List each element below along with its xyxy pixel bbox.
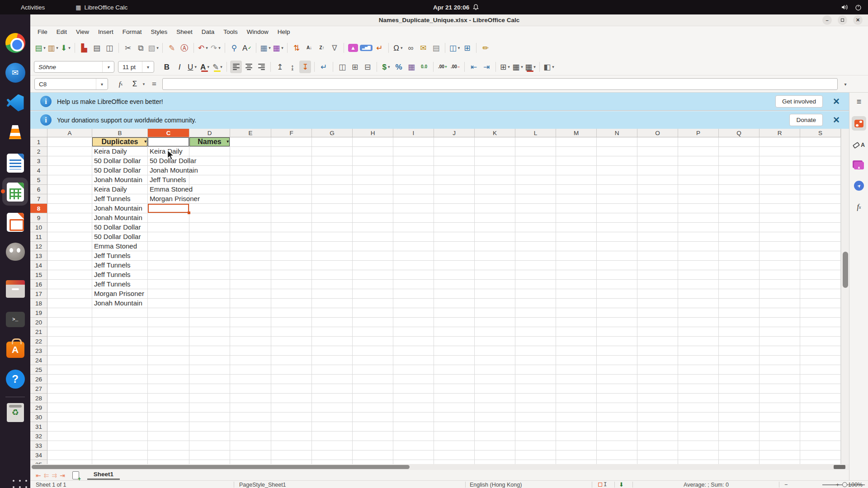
cell-M23[interactable] <box>556 346 597 356</box>
cell-R16[interactable] <box>760 280 800 289</box>
cell-P32[interactable] <box>678 432 719 441</box>
last-sheet-button[interactable]: ⇥ <box>60 472 65 479</box>
libreoffice-writer-icon[interactable] <box>5 153 25 173</box>
cell-A24[interactable] <box>47 356 92 365</box>
zoom-level[interactable]: 100% <box>848 481 863 488</box>
cell-K30[interactable] <box>475 413 515 422</box>
cell-G7[interactable] <box>312 194 353 204</box>
cell-S24[interactable] <box>800 356 841 365</box>
cell-E33[interactable] <box>230 441 271 450</box>
column-dropdown[interactable]: ▾ <box>281 46 283 50</box>
cell-Q2[interactable] <box>719 147 760 156</box>
highlighting-color-button[interactable]: ✎▾ <box>212 61 223 73</box>
borders-button[interactable]: ⊞▾ <box>499 61 511 73</box>
cell-I23[interactable] <box>393 346 434 356</box>
cell-N22[interactable] <box>597 337 637 346</box>
row-header-2[interactable]: 2 <box>30 147 47 156</box>
spelling-button[interactable]: A✓ <box>241 42 253 54</box>
cell-N24[interactable] <box>597 356 637 365</box>
cell-M31[interactable] <box>556 422 597 432</box>
cell-L21[interactable] <box>515 327 556 337</box>
cell-I30[interactable] <box>393 413 434 422</box>
cell-P2[interactable] <box>678 147 719 156</box>
cell-L13[interactable] <box>515 251 556 261</box>
cell-G33[interactable] <box>312 441 353 450</box>
cell-K29[interactable] <box>475 403 515 413</box>
cell-F9[interactable] <box>271 213 312 223</box>
cell-N2[interactable] <box>597 147 637 156</box>
conditional-formatting-button[interactable]: ◧▾ <box>543 61 555 73</box>
cell-D9[interactable] <box>189 213 230 223</box>
cell-H2[interactable] <box>353 147 393 156</box>
cell-R7[interactable] <box>760 194 800 204</box>
cell-F2[interactable] <box>271 147 312 156</box>
undo-button[interactable]: ↶▾ <box>197 42 209 54</box>
cell-K28[interactable] <box>475 394 515 403</box>
cell-Q19[interactable] <box>719 308 760 318</box>
sort-button[interactable]: ⇅ <box>291 42 302 54</box>
cell-S16[interactable] <box>800 280 841 289</box>
cell-H11[interactable] <box>353 232 393 242</box>
cell-R31[interactable] <box>760 422 800 432</box>
cell-P26[interactable] <box>678 375 719 384</box>
cell-C11[interactable] <box>148 232 189 242</box>
column-header-N[interactable]: N <box>597 129 637 137</box>
cell-D20[interactable] <box>189 318 230 327</box>
cell-Q9[interactable] <box>719 213 760 223</box>
row-header-13[interactable]: 13 <box>30 251 47 261</box>
freeze-rows-columns-button[interactable]: ◫▾ <box>448 42 460 54</box>
cell-F5[interactable] <box>271 175 312 185</box>
cell-E20[interactable] <box>230 318 271 327</box>
hyperlink-button[interactable]: ∞ <box>405 42 416 54</box>
cell-L22[interactable] <box>515 337 556 346</box>
cell-O27[interactable] <box>637 384 678 394</box>
column-header-D[interactable]: D <box>189 129 230 137</box>
cell-B17[interactable]: Morgan Prisoner <box>92 289 148 299</box>
cell-I22[interactable] <box>393 337 434 346</box>
cell-A29[interactable] <box>47 403 92 413</box>
cell-Q25[interactable] <box>719 365 760 375</box>
cell-N17[interactable] <box>597 289 637 299</box>
cell-O25[interactable] <box>637 365 678 375</box>
cell-S35[interactable] <box>800 460 841 464</box>
donate-button[interactable]: Donate <box>789 114 823 126</box>
cell-G23[interactable] <box>312 346 353 356</box>
cell-O23[interactable] <box>637 346 678 356</box>
cell-R3[interactable] <box>760 156 800 166</box>
cell-O28[interactable] <box>637 394 678 403</box>
cell-N16[interactable] <box>597 280 637 289</box>
cell-L30[interactable] <box>515 413 556 422</box>
cell-L7[interactable] <box>515 194 556 204</box>
select-all-corner[interactable] <box>30 129 47 137</box>
headers-footers-button[interactable]: ▤ <box>430 42 442 54</box>
cell-D30[interactable] <box>189 413 230 422</box>
copy-button[interactable]: ⧉ <box>135 42 146 54</box>
cell-E9[interactable] <box>230 213 271 223</box>
cell-I5[interactable] <box>393 175 434 185</box>
cell-M25[interactable] <box>556 365 597 375</box>
cell-G25[interactable] <box>312 365 353 375</box>
cell-P22[interactable] <box>678 337 719 346</box>
cell-K25[interactable] <box>475 365 515 375</box>
cell-D5[interactable] <box>189 175 230 185</box>
column-header-A[interactable]: A <box>47 129 92 137</box>
cell-C24[interactable] <box>148 356 189 365</box>
cell-J26[interactable] <box>434 375 475 384</box>
cell-O6[interactable] <box>637 185 678 194</box>
cell-F7[interactable] <box>271 194 312 204</box>
border-style-button[interactable]: ▦▾ <box>512 61 524 73</box>
cell-L23[interactable] <box>515 346 556 356</box>
cell-S22[interactable] <box>800 337 841 346</box>
cell-R27[interactable] <box>760 384 800 394</box>
cell-M2[interactable] <box>556 147 597 156</box>
cell-H18[interactable] <box>353 299 393 308</box>
cell-R24[interactable] <box>760 356 800 365</box>
wrap-text-button[interactable]: ↵ <box>318 61 330 73</box>
row-header-16[interactable]: 16 <box>30 280 47 289</box>
cell-L11[interactable] <box>515 232 556 242</box>
cell-F18[interactable] <box>271 299 312 308</box>
cell-B35[interactable] <box>92 460 148 464</box>
cell-F26[interactable] <box>271 375 312 384</box>
cell-L3[interactable] <box>515 156 556 166</box>
cell-J11[interactable] <box>434 232 475 242</box>
